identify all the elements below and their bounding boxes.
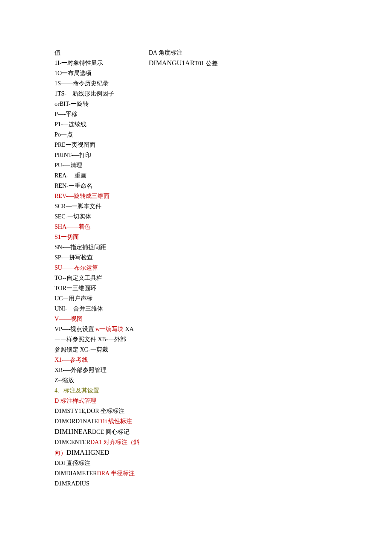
text-line: P—-平移 [55, 109, 144, 119]
text-line: 值 [55, 48, 144, 58]
text-line: SHA——着色 [55, 222, 144, 232]
text-line: D1MRADIUS [55, 479, 144, 489]
text-line: 1O一布局选项 [55, 68, 144, 78]
text-line: SEC-一切实体 [55, 212, 144, 222]
text-span: DA 角度标注 [149, 49, 182, 56]
text-line: S1一切面 [55, 232, 144, 242]
text-span: UC一用户声标 [55, 295, 92, 302]
text-line: REV-—旋转成三维面 [55, 191, 144, 201]
text-line: SN-—指定捕捉间距 [55, 242, 144, 253]
text-line: 1TS-—新线形比例因子 [55, 89, 144, 99]
text-span: SU——布尔运算 [55, 264, 98, 271]
text-line: UC一用户声标 [55, 293, 144, 304]
text-span: SP-—拼写检查 [55, 254, 93, 261]
text-span: P1-一连续线 [55, 121, 86, 128]
text-line: UNI-—合并三维体 [55, 304, 144, 314]
text-span: DRA 半径标注 [97, 470, 135, 477]
text-span: Z--缩放 [55, 377, 74, 384]
text-span: DIMANGU1AR [149, 59, 195, 67]
text-span: 参照锁定 XC-一剪裁 [55, 346, 108, 353]
text-span: DIM1INEAR [55, 428, 92, 435]
text-span: 1S——命令历史纪录 [55, 80, 109, 87]
text-line: D1MORD1NATED1i 线性标注 [55, 416, 144, 427]
text-span: VP—-视点设置 [55, 326, 95, 332]
text-span: SN-—指定捕捉间距 [55, 244, 106, 250]
text-span: PRINT-—打印 [55, 152, 91, 158]
text-span: 向） [55, 450, 66, 456]
text-span: D1MCENTER [55, 439, 90, 445]
text-span: T01 公差 [195, 60, 218, 67]
text-line: PRINT-—打印 [55, 150, 144, 160]
text-span: DA1 对齐标注（斜 [90, 439, 139, 445]
text-line: XR-—外部参照管理 [55, 365, 144, 375]
text-line: V——视图 [55, 314, 144, 324]
text-line: DIM1INEARDCE 圆心标记 [55, 427, 144, 437]
text-line: DIMDIAMETERDRA 半径标注 [55, 468, 144, 479]
text-line: 4、标注及其设置 [55, 386, 144, 396]
text-span: D1i 线性标注 [98, 418, 133, 424]
text-line: PU-—清理 [55, 160, 144, 171]
text-span: DDI 直径标注 [55, 460, 90, 466]
text-span: SEC-一切实体 [55, 213, 91, 220]
text-line: orBIT-一旋转 [55, 99, 144, 109]
text-span: REN-一重命名 [55, 183, 92, 189]
text-line: Po一点 [55, 130, 144, 140]
text-line: SU——布尔运算 [55, 263, 144, 273]
text-span: PRE一页视图面 [55, 142, 95, 148]
text-span: DCE 圆心标记 [92, 429, 130, 435]
text-line: TO--自定义工具栏 [55, 273, 144, 283]
text-span: w一编写块 [95, 326, 124, 332]
text-line: 1S——命令历史纪录 [55, 78, 144, 89]
text-span: P—-平移 [55, 111, 78, 117]
text-span: orBIT-一旋转 [55, 101, 89, 107]
text-line: 向）DIMA1IGNED [55, 447, 144, 458]
text-span: SHA——着色 [55, 224, 90, 230]
text-span: 一一样参照文件 XB-一外部 [55, 336, 126, 343]
text-span: V——视图 [55, 316, 83, 322]
text-span: D 标注样式管理 [55, 398, 96, 404]
text-line: D 标注样式管理 [55, 396, 144, 406]
text-span: D1MORD1NATE [55, 418, 98, 424]
text-line: X1-—参考线 [55, 355, 144, 365]
text-line: VP—-视点设置 w一编写块 XA [55, 324, 144, 334]
text-line: 1I-一对象特性显示 [55, 58, 144, 68]
text-line: DIMANGU1ART01 公差 [149, 58, 238, 69]
text-line: Z--缩放 [55, 375, 144, 386]
text-line: D1MCENTERDA1 对齐标注（斜 [55, 437, 144, 447]
text-line: SCR—一脚本文件 [55, 201, 144, 212]
text-span: 1O一布局选项 [55, 70, 92, 76]
text-line: REA-—重画 [55, 171, 144, 181]
text-span: 值 [55, 49, 61, 56]
text-span: REV-—旋转成三维面 [55, 193, 110, 199]
text-span: Po一点 [55, 131, 73, 138]
text-span: DIMA1IGNED [66, 449, 109, 456]
text-line: SP-—拼写检查 [55, 253, 144, 263]
text-line: TOR一三维圆环 [55, 283, 144, 293]
text-line: PRE一页视图面 [55, 140, 144, 150]
text-line: DA 角度标注 [149, 48, 238, 58]
text-span: PU-—清理 [55, 162, 82, 169]
text-span: S1一切面 [55, 234, 79, 240]
text-span: TOR一三维圆环 [55, 285, 96, 291]
text-span: XA [124, 326, 134, 332]
text-line: P1-一连续线 [55, 119, 144, 130]
column-1: 值1I-一对象特性显示1O一布局选项1S——命令历史纪录1TS-—新线形比例因子… [55, 48, 144, 489]
text-span: XR-—外部参照管理 [55, 367, 107, 373]
text-line: DDI 直径标注 [55, 458, 144, 468]
text-span: TO--自定义工具栏 [55, 275, 102, 281]
text-line: 一一样参照文件 XB-一外部 [55, 334, 144, 345]
text-span: D1MRADIUS [55, 480, 89, 487]
text-span: DIMDIAMETER [55, 470, 97, 477]
text-span: SCR—一脚本文件 [55, 203, 101, 209]
text-line: REN-一重命名 [55, 181, 144, 191]
text-line: 参照锁定 XC-一剪裁 [55, 345, 144, 355]
text-span: X1-—参考线 [55, 357, 88, 363]
text-span: D1MSTY1E,DOR 坐标标注 [55, 408, 124, 414]
text-span: UNI-—合并三维体 [55, 305, 103, 312]
text-span: 1I-一对象特性显示 [55, 60, 103, 66]
text-span: 1TS-—新线形比例因子 [55, 90, 114, 97]
document-page: 值1I-一对象特性显示1O一布局选项1S——命令历史纪录1TS-—新线形比例因子… [0, 0, 392, 555]
text-span: 4、标注及其设置 [55, 387, 99, 394]
column-2: DA 角度标注DIMANGU1ART01 公差 [149, 48, 238, 69]
text-line: D1MSTY1E,DOR 坐标标注 [55, 406, 144, 416]
